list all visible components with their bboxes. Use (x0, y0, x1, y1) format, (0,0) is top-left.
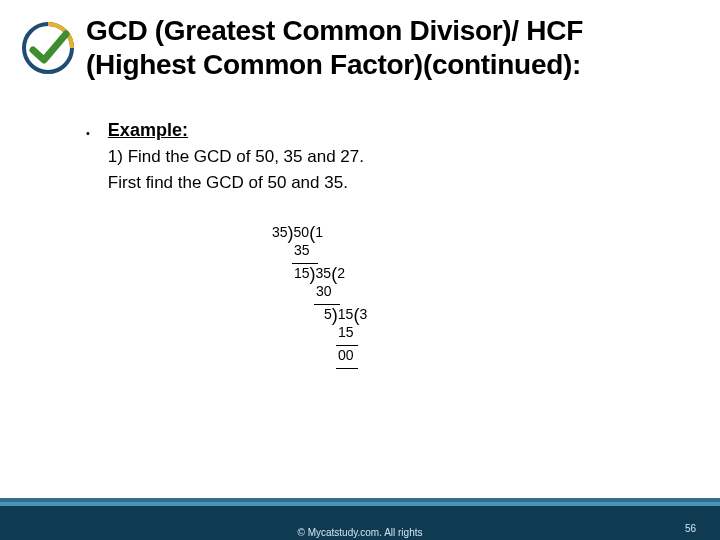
rule-line (336, 368, 358, 369)
bullet-item: • Example: 1) Find the GCD of 50, 35 and… (86, 120, 680, 193)
slide-title: GCD (Greatest Common Divisor)/ HCF (High… (86, 14, 692, 82)
step2-remainder: 5 (324, 306, 332, 322)
example-line-2: First find the GCD of 50 and 35. (108, 173, 680, 193)
presentation-slide: GCD (Greatest Common Divisor)/ HCF (High… (0, 0, 720, 540)
long-division-calculation: 35)50(1 35 15)35(2 30 5)15(3 15 00 (272, 225, 367, 371)
step1-product: 35 (294, 242, 310, 258)
brand-logo (22, 22, 74, 74)
step1-remainder: 15 (294, 265, 310, 281)
example-heading: Example: (108, 120, 680, 141)
step2-quotient: 2 (337, 265, 345, 281)
step3-quotient: 3 (359, 306, 367, 322)
rule-line (336, 345, 358, 346)
step1-quotient: 1 (315, 224, 323, 240)
bullet-content: Example: 1) Find the GCD of 50, 35 and 2… (108, 120, 680, 193)
bullet-dot-icon: • (86, 127, 90, 139)
example-line-1: 1) Find the GCD of 50, 35 and 27. (108, 147, 680, 167)
slide-body: • Example: 1) Find the GCD of 50, 35 and… (86, 120, 680, 193)
step3-product: 15 (338, 324, 354, 340)
step1-divisor: 35 (272, 224, 288, 240)
step1-dividend: 50 (294, 224, 310, 240)
step3-dividend: 15 (338, 306, 354, 322)
page-number: 56 (685, 523, 696, 534)
copyright-text: © Mycatstudy.com. All rights (0, 527, 720, 538)
step2-product: 30 (316, 283, 332, 299)
step2-dividend: 35 (316, 265, 332, 281)
step3-remainder: 00 (338, 347, 354, 363)
slide-footer: © Mycatstudy.com. All rights 56 (0, 498, 720, 540)
